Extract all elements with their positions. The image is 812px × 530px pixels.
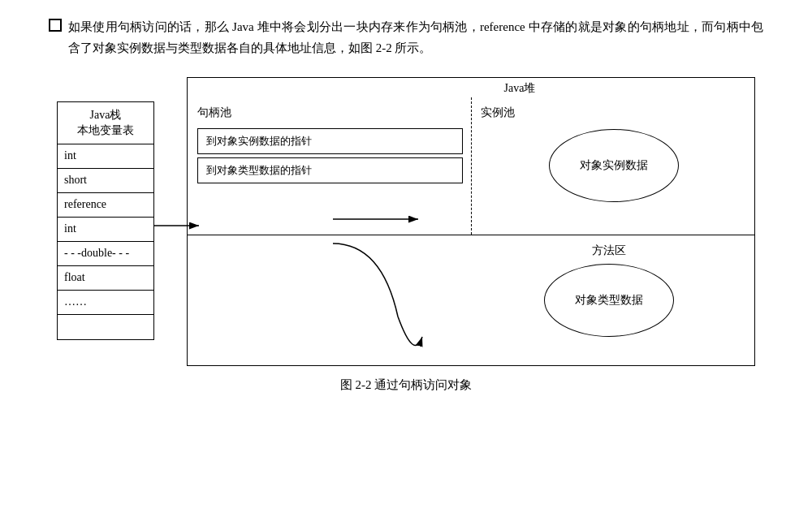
method-area-left (188, 235, 463, 365)
paragraph-block: 如果使用句柄访问的话，那么 Java 堆中将会划分出一块内存来作为句柄池，ref… (49, 16, 763, 59)
handle-box-type: 到对象类型数据的指针 (197, 157, 463, 183)
java-heap-box: Java堆 句柄池 到对象实例数据的指针 到对象类型数据的指针 实例池 对象实例… (187, 77, 755, 366)
fig-caption: 图 2-2 通过句柄访问对象 (340, 377, 473, 393)
diagram-container: Java栈 本地变量表 int short reference int - - … (49, 77, 763, 393)
stack-row-float: float (58, 266, 153, 291)
stack-row-reference: reference (58, 193, 153, 218)
heap-top: 句柄池 到对象实例数据的指针 到对象类型数据的指针 实例池 对象实例数据 (188, 97, 754, 235)
diagram-main: Java栈 本地变量表 int short reference int - - … (57, 77, 755, 366)
handle-pool-label: 句柄池 (197, 106, 463, 120)
type-ellipse: 对象类型数据 (544, 264, 674, 337)
stack-row-ellipsis: …… (58, 291, 153, 315)
stack-row-int1: int (58, 144, 153, 169)
diagram-wrapper: Java栈 本地变量表 int short reference int - - … (57, 77, 755, 366)
checkbox-icon (49, 19, 62, 32)
java-stack: Java栈 本地变量表 int short reference int - - … (57, 101, 154, 340)
method-area-right: 方法区 对象类型数据 (463, 235, 754, 365)
handle-pool: 句柄池 到对象实例数据的指针 到对象类型数据的指针 (188, 97, 473, 235)
java-heap-label: Java堆 (285, 78, 754, 97)
instance-pool: 实例池 对象实例数据 (473, 97, 754, 235)
paragraph-text: 如果使用句柄访问的话，那么 Java 堆中将会划分出一块内存来作为句柄池，ref… (68, 16, 763, 59)
instance-pool-label: 实例池 (481, 106, 515, 120)
handle-box-instance: 到对象实例数据的指针 (197, 128, 463, 154)
instance-ellipse: 对象实例数据 (549, 129, 679, 202)
method-area-label: 方法区 (592, 243, 626, 258)
stack-row-empty (58, 315, 153, 339)
heap-bottom: 方法区 对象类型数据 (188, 235, 754, 365)
stack-row-int2: int (58, 218, 153, 242)
stack-row-double: - - -double- - - (58, 242, 153, 266)
java-stack-header: Java栈 本地变量表 (58, 102, 153, 144)
stack-row-short: short (58, 169, 153, 193)
